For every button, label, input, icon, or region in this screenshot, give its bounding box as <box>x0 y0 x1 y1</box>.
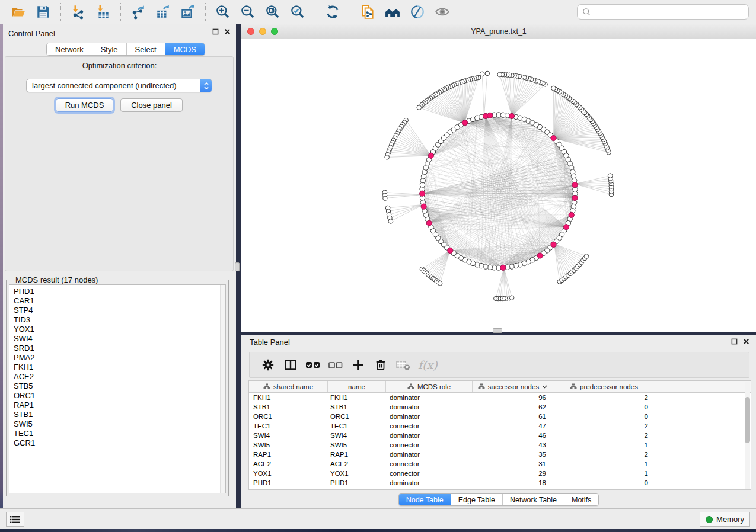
network-overview-icon[interactable] <box>384 3 401 21</box>
table-row[interactable]: ACE2 ACE2 connector 31 1 <box>249 459 751 469</box>
zoom-out-icon[interactable] <box>239 3 257 21</box>
cell-predecessor-nodes: 0 <box>553 413 655 420</box>
search-input[interactable] <box>591 8 744 17</box>
cell-shared-name: ACE2 <box>249 460 328 467</box>
table-scrollbar[interactable] <box>745 382 750 489</box>
table-row[interactable]: PHD1 PHD1 dominator 18 0 <box>249 478 751 488</box>
mcds-result-item[interactable]: ORC1 <box>14 391 225 400</box>
delete-column-icon[interactable] <box>371 356 391 374</box>
mcds-result-item[interactable]: STB1 <box>14 410 225 419</box>
mcds-result-item[interactable]: RAP1 <box>14 400 225 410</box>
mcds-result-item[interactable]: CAR1 <box>14 296 225 306</box>
list-menu-icon <box>10 515 20 524</box>
select-all-columns-icon[interactable] <box>303 356 323 374</box>
cell-predecessor-nodes: 2 <box>553 422 655 430</box>
node-table: shared name name MCDS role successor nod… <box>248 380 751 490</box>
zoom-in-icon[interactable] <box>214 3 232 21</box>
mcds-result-item[interactable]: GCR1 <box>14 438 225 448</box>
import-table-icon[interactable] <box>94 3 112 21</box>
refresh-icon[interactable] <box>324 3 342 21</box>
clone-network-icon[interactable] <box>359 3 377 21</box>
hide-graphics-icon[interactable] <box>409 3 426 21</box>
horizontal-splitter-handle[interactable] <box>493 328 502 333</box>
export-table-icon[interactable] <box>154 3 172 21</box>
export-network-icon[interactable] <box>129 3 147 21</box>
mcds-result-item[interactable]: TEC1 <box>14 429 225 438</box>
mcds-result-item[interactable]: ACE2 <box>14 372 225 382</box>
table-row[interactable]: TEC1 TEC1 connector 47 2 <box>249 421 751 431</box>
mcds-result-item[interactable]: YOX1 <box>14 325 225 334</box>
cell-mcds-role: connector <box>386 460 473 467</box>
criterion-dropdown[interactable]: largest connected component (undirected) <box>26 79 212 92</box>
cell-predecessor-nodes: 2 <box>553 451 655 458</box>
vertical-splitter-handle[interactable] <box>235 262 240 271</box>
column-header-shared-name[interactable]: shared name <box>249 381 328 392</box>
add-column-icon[interactable] <box>348 356 368 374</box>
mcds-result-item[interactable]: FKH1 <box>14 363 225 372</box>
column-header-mcds-role[interactable]: MCDS role <box>386 381 473 392</box>
column-header-predecessor-nodes[interactable]: predecessor nodes <box>553 381 655 392</box>
table-row[interactable]: FKH1 FKH1 dominator 96 2 <box>249 393 751 402</box>
export-image-icon[interactable] <box>179 3 197 21</box>
function-builder-icon[interactable]: f(x) <box>418 358 438 371</box>
cell-successor-nodes: 61 <box>473 413 553 420</box>
mcds-list-scrollbar[interactable] <box>220 285 225 493</box>
float-panel-icon[interactable] <box>731 338 738 345</box>
table-scrollbar-thumb[interactable] <box>745 397 750 443</box>
column-header-successor-nodes[interactable]: successor nodes <box>473 381 553 392</box>
table-row[interactable]: YOX1 YOX1 connector 29 1 <box>249 469 751 478</box>
network-canvas[interactable] <box>241 39 756 332</box>
tab-motifs[interactable]: Motifs <box>564 494 598 505</box>
table-panel: Table Panel f(x) shared name name <box>241 335 756 508</box>
table-row[interactable]: RAP1 RAP1 dominator 35 2 <box>249 450 751 459</box>
mcds-result-item[interactable]: PMA2 <box>14 353 225 363</box>
network-window-titlebar[interactable]: YPA_prune.txt_1 <box>241 24 756 39</box>
tab-mcds[interactable]: MCDS <box>165 43 205 55</box>
open-file-icon[interactable] <box>9 3 27 21</box>
tab-node-table[interactable]: Node Table <box>399 494 451 505</box>
mcds-result-item[interactable]: PHD1 <box>14 287 225 296</box>
delete-table-icon[interactable] <box>393 356 413 374</box>
split-panel-icon[interactable] <box>280 356 301 374</box>
mcds-result-item[interactable]: SRD1 <box>14 344 225 353</box>
cell-mcds-role: dominator <box>386 479 473 486</box>
cell-predecessor-nodes: 1 <box>553 441 655 448</box>
float-panel-icon[interactable] <box>212 28 219 35</box>
tab-network[interactable]: Network <box>47 43 92 55</box>
close-panel-icon[interactable] <box>224 28 231 35</box>
table-row[interactable]: SWI4 SWI4 dominator 46 2 <box>249 431 751 440</box>
memory-button[interactable]: Memory <box>700 512 750 527</box>
mcds-result-item[interactable]: TID3 <box>14 315 225 325</box>
table-row[interactable]: SWI5 SWI5 connector 43 1 <box>249 440 751 450</box>
zoom-fit-icon[interactable] <box>264 3 282 21</box>
mcds-result-list[interactable]: PHD1CAR1STP4TID3YOX1SWI4SRD1PMA2FKH1ACE2… <box>9 284 226 493</box>
run-mcds-button[interactable]: Run MCDS <box>56 98 113 112</box>
mcds-result-item[interactable]: STP4 <box>14 306 225 315</box>
mcds-result-item[interactable]: SWI5 <box>14 419 225 429</box>
column-header-name[interactable]: name <box>328 381 386 392</box>
cell-successor-nodes: 96 <box>473 394 553 401</box>
tab-edge-table[interactable]: Edge Table <box>451 494 502 505</box>
network-graph[interactable] <box>241 39 756 332</box>
search-box[interactable] <box>577 4 749 20</box>
mcds-result-item[interactable]: STB5 <box>14 382 225 391</box>
import-network-icon[interactable] <box>69 3 87 21</box>
panel-menu-button[interactable] <box>6 512 24 527</box>
cell-mcds-role: dominator <box>386 432 473 439</box>
close-panel-button[interactable]: Close panel <box>120 98 183 112</box>
table-settings-icon[interactable] <box>258 356 278 374</box>
table-row[interactable]: STB1 STB1 dominator 62 0 <box>249 402 751 412</box>
show-graphics-icon[interactable] <box>433 3 451 21</box>
mcds-result-item[interactable]: SWI4 <box>14 334 225 344</box>
close-panel-icon[interactable] <box>743 338 749 345</box>
cell-name: YOX1 <box>328 470 386 477</box>
tab-network-table[interactable]: Network Table <box>502 494 564 505</box>
save-session-icon[interactable] <box>34 3 52 21</box>
tab-select[interactable]: Select <box>126 43 165 55</box>
deselect-all-columns-icon[interactable] <box>326 356 346 374</box>
criterion-value: largest connected component (undirected) <box>32 81 177 90</box>
table-row[interactable]: ORC1 ORC1 dominator 61 0 <box>249 412 751 421</box>
cell-successor-nodes: 29 <box>473 470 553 477</box>
tab-style[interactable]: Style <box>92 43 126 55</box>
zoom-selected-icon[interactable] <box>289 3 307 21</box>
